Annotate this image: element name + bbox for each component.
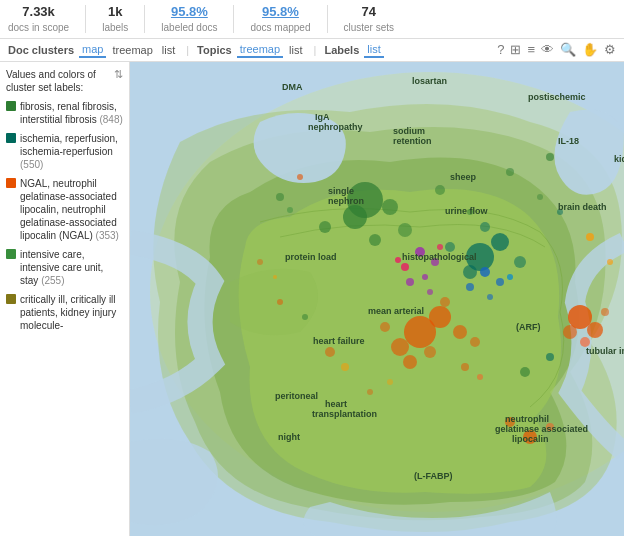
svg-text:IgA: IgA: [315, 112, 330, 122]
svg-text:neutrophil: neutrophil: [505, 414, 549, 424]
stat-labeled-docs-label: labeled docs: [161, 21, 217, 34]
stat-docs-label: docs in scope: [8, 21, 69, 34]
svg-point-40: [563, 325, 577, 339]
stat-cluster-sets-value: 74: [344, 4, 395, 21]
svg-text:histopathological: histopathological: [402, 252, 477, 262]
svg-point-24: [440, 297, 450, 307]
settings-icon[interactable]: ⚙: [604, 42, 616, 57]
eye-icon[interactable]: 👁: [541, 42, 554, 57]
svg-point-13: [514, 256, 526, 268]
svg-text:single: single: [328, 186, 354, 196]
hand-icon[interactable]: ✋: [582, 42, 598, 57]
map-area[interactable]: DMA losartan IgA nephropathy sodium rete…: [130, 62, 624, 536]
nav-sep-2: |: [314, 44, 317, 56]
svg-text:protein load: protein load: [285, 252, 337, 262]
table-icon[interactable]: ⊞: [510, 42, 521, 57]
legend-item-1[interactable]: ischemia, reperfusion, ischemia-reperfus…: [6, 132, 123, 171]
stat-docs-value: 7.33k: [8, 4, 69, 21]
svg-point-18: [391, 338, 409, 356]
svg-point-20: [424, 346, 436, 358]
stat-divider-1: [85, 5, 86, 33]
svg-point-55: [461, 363, 469, 371]
svg-point-51: [302, 314, 308, 320]
svg-point-31: [395, 257, 401, 263]
tab-topics-treemap[interactable]: treemap: [237, 42, 283, 58]
svg-point-8: [369, 234, 381, 246]
svg-point-43: [297, 174, 303, 180]
list-icon[interactable]: ≡: [527, 42, 535, 57]
legend-item-3[interactable]: intensive care, intensive care unit, sta…: [6, 248, 123, 287]
svg-point-9: [398, 223, 412, 237]
svg-point-37: [507, 274, 513, 280]
svg-text:(L-FABP): (L-FABP): [414, 471, 453, 481]
tab-doc-map[interactable]: map: [79, 42, 106, 58]
svg-point-47: [520, 367, 530, 377]
svg-point-50: [341, 363, 349, 371]
svg-text:nephron: nephron: [328, 196, 364, 206]
legend-item-0[interactable]: fibrosis, renal fibrosis, interstitial f…: [6, 100, 123, 126]
svg-point-7: [506, 168, 514, 176]
legend-color-1: [6, 133, 16, 143]
svg-text:losartan: losartan: [412, 76, 447, 86]
search-icon[interactable]: 🔍: [560, 42, 576, 57]
tab-topics-list[interactable]: list: [286, 43, 305, 57]
svg-text:DMA: DMA: [282, 82, 303, 92]
svg-point-45: [586, 233, 594, 241]
legend-text-4: critically ill, critically ill patients,…: [20, 293, 123, 332]
help-icon[interactable]: ?: [497, 42, 504, 57]
sort-icon[interactable]: ⇅: [114, 68, 123, 81]
svg-text:peritoneal: peritoneal: [275, 391, 318, 401]
stats-bar: 7.33k docs in scope 1k labels 95.8% labe…: [0, 0, 624, 39]
svg-text:heart failure: heart failure: [313, 336, 365, 346]
svg-text:tubular injury: tubular injury: [586, 346, 624, 356]
svg-point-46: [607, 259, 613, 265]
sidebar-title: Values and colors of cluster set labels:: [6, 68, 114, 94]
svg-point-35: [466, 283, 474, 291]
sidebar-header: Values and colors of cluster set labels:…: [6, 68, 123, 94]
svg-point-28: [422, 274, 428, 280]
svg-point-36: [487, 294, 493, 300]
svg-point-19: [453, 325, 467, 339]
nav-icon-group: ? ⊞ ≡ 👁 🔍 ✋ ⚙: [497, 42, 616, 57]
legend-color-4: [6, 294, 16, 304]
legend-text-3: intensive care, intensive care unit, sta…: [20, 248, 123, 287]
topics-section: Topics treemap list: [197, 42, 305, 58]
svg-text:lipocalin: lipocalin: [512, 434, 549, 444]
tab-doc-treemap[interactable]: treemap: [109, 43, 155, 57]
svg-text:sodium: sodium: [393, 126, 425, 136]
svg-point-12: [463, 265, 477, 279]
svg-point-5: [319, 221, 331, 233]
legend-item-2[interactable]: NGAL, neutrophil gelatinase-associated l…: [6, 177, 123, 242]
svg-point-62: [276, 193, 284, 201]
svg-text:retention: retention: [393, 136, 432, 146]
svg-text:gelatinase associated: gelatinase associated: [495, 424, 588, 434]
svg-point-4: [382, 199, 398, 215]
svg-text:kidney graft: kidney graft: [614, 154, 624, 164]
stat-labeled-docs-value: 95.8%: [161, 4, 217, 21]
svg-text:(ARF): (ARF): [516, 322, 541, 332]
legend-text-1: ischemia, reperfusion, ischemia-reperfus…: [20, 132, 123, 171]
tab-labels-list[interactable]: list: [364, 42, 383, 58]
svg-point-58: [387, 379, 393, 385]
svg-point-11: [491, 233, 509, 251]
topics-label: Topics: [197, 44, 232, 56]
tab-doc-list[interactable]: list: [159, 43, 178, 57]
stat-labels-value: 1k: [102, 4, 128, 21]
svg-point-22: [470, 337, 480, 347]
svg-text:nephropathy: nephropathy: [308, 122, 363, 132]
sidebar: Values and colors of cluster set labels:…: [0, 62, 130, 536]
stat-docs-mapped[interactable]: 95.8% docs mapped: [250, 4, 310, 34]
map-svg: DMA losartan IgA nephropathy sodium rete…: [130, 62, 624, 536]
svg-point-3: [343, 205, 367, 229]
svg-point-52: [277, 299, 283, 305]
stat-labeled-docs[interactable]: 95.8% labeled docs: [161, 4, 217, 34]
svg-text:IL-18: IL-18: [558, 136, 579, 146]
svg-point-63: [287, 207, 293, 213]
svg-text:mean arterial: mean arterial: [368, 306, 424, 316]
labels-section: Labels list: [324, 42, 383, 58]
svg-text:urine flow: urine flow: [445, 206, 488, 216]
svg-text:night: night: [278, 432, 300, 442]
legend-item-4[interactable]: critically ill, critically ill patients,…: [6, 293, 123, 332]
stat-divider-4: [327, 5, 328, 33]
stat-cluster-sets-label: cluster sets: [344, 21, 395, 34]
